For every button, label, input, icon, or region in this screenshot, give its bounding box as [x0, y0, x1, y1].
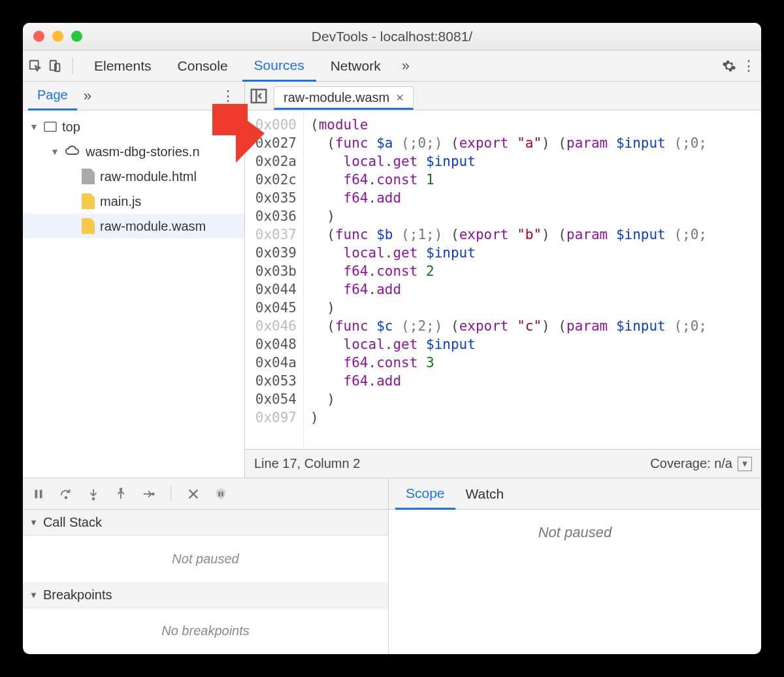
tab-sources[interactable]: Sources — [242, 51, 316, 82]
gutter-address[interactable]: 0x037 — [248, 225, 297, 244]
tab-network[interactable]: Network — [319, 50, 393, 81]
gutter-address[interactable]: 0x048 — [248, 335, 297, 354]
code-line: ) — [310, 207, 707, 225]
svg-rect-6 — [35, 489, 38, 498]
editor-statusbar: Line 17, Column 2 Coverage: n/a ▼ — [245, 449, 761, 478]
chevron-down-icon[interactable]: ▼ — [738, 457, 752, 471]
breakpoints-label: Breakpoints — [43, 587, 112, 603]
tab-console[interactable]: Console — [166, 50, 240, 81]
device-toggle-icon[interactable] — [46, 58, 63, 74]
main-toolbar: Elements Console Sources Network » ⋮ — [23, 50, 761, 82]
toggle-navigator-icon[interactable] — [249, 86, 269, 106]
svg-point-12 — [120, 488, 122, 490]
step-icon[interactable] — [140, 486, 156, 502]
call-stack-header[interactable]: ▼ Call Stack — [23, 510, 388, 536]
debugger-controls — [23, 478, 388, 510]
tree-file[interactable]: main.js — [23, 189, 244, 214]
more-tabs-icon[interactable]: » — [395, 58, 416, 74]
frame-icon — [44, 122, 57, 132]
file-icon — [82, 218, 95, 234]
scope-tab[interactable]: Scope — [395, 479, 455, 510]
annotation-arrow-icon — [212, 104, 265, 166]
code-line: (func $a (;0;) (export "a") (param $inpu… — [310, 134, 707, 152]
svg-point-14 — [152, 493, 154, 495]
tree-label: wasm-dbg-stories.n — [86, 144, 200, 159]
gutter-address[interactable]: 0x02c — [248, 171, 297, 189]
code-content: (module (func $a (;0;) (export "a") (par… — [304, 110, 707, 449]
tree-label: top — [62, 120, 80, 135]
code-line: ) — [310, 299, 707, 317]
navigator-kebab-icon[interactable]: ⋮ — [217, 88, 239, 105]
step-into-icon[interactable] — [86, 486, 101, 502]
code-line: f64.const 2 — [310, 262, 707, 280]
code-line: (func $b (;1;) (export "b") (param $inpu… — [310, 225, 707, 244]
code-line: local.get $input — [310, 244, 707, 262]
navigator-more-icon[interactable]: » — [77, 88, 98, 105]
watch-tab[interactable]: Watch — [455, 478, 515, 509]
svg-rect-17 — [218, 491, 220, 496]
gutter-address[interactable]: 0x053 — [248, 372, 297, 390]
devtools-window: DevTools - localhost:8081/ Elements Cons… — [23, 23, 761, 654]
svg-rect-0 — [30, 60, 39, 69]
code-line: local.get $input — [310, 152, 707, 171]
divider — [171, 486, 171, 502]
toolbar-separator — [73, 58, 73, 74]
gutter-address[interactable]: 0x036 — [248, 207, 297, 225]
code-line: (func $c (;2;) (export "c") (param $inpu… — [310, 317, 707, 335]
file-tree: ▼ top ▼ wasm-dbg-stories.n raw-module.ht… — [23, 110, 244, 242]
code-line: ) — [310, 390, 707, 408]
pause-icon[interactable] — [31, 486, 46, 502]
tree-file[interactable]: raw-module.wasm — [23, 214, 244, 239]
gutter-address[interactable]: 0x039 — [248, 244, 297, 262]
editor-tab-label: raw-module.wasm — [284, 90, 389, 105]
title-bar: DevTools - localhost:8081/ — [23, 23, 761, 50]
navigator-tab-page[interactable]: Page — [28, 82, 77, 110]
editor-tab[interactable]: raw-module.wasm × — [274, 86, 414, 110]
code-line: f64.add — [310, 372, 707, 390]
gutter-address[interactable]: 0x044 — [248, 280, 297, 299]
gutter-address[interactable]: 0x097 — [248, 408, 297, 427]
gutter-address[interactable]: 0x04a — [248, 354, 297, 372]
file-icon — [82, 169, 95, 184]
navigator-pane: Page » ⋮ ▼ top ▼ wasm-dbg-stories.n — [23, 82, 245, 478]
debugger-right: Scope Watch Not paused — [389, 478, 761, 654]
gutter-address[interactable]: 0x035 — [248, 189, 297, 207]
window-title: DevTools - localhost:8081/ — [23, 29, 761, 44]
tab-elements[interactable]: Elements — [82, 50, 163, 81]
cursor-position: Line 17, Column 2 — [254, 456, 360, 471]
close-icon[interactable]: × — [396, 90, 404, 105]
gutter-address[interactable]: 0x045 — [248, 299, 297, 317]
step-over-icon[interactable] — [58, 486, 74, 502]
gear-icon[interactable] — [721, 58, 738, 74]
svg-point-10 — [93, 497, 95, 499]
breakpoints-header[interactable]: ▼ Breakpoints — [23, 582, 388, 608]
code-line: local.get $input — [310, 335, 707, 354]
call-stack-label: Call Stack — [43, 515, 102, 530]
debugger-right-tabs: Scope Watch — [389, 478, 761, 510]
code-line: ) — [310, 408, 707, 427]
svg-rect-7 — [40, 489, 42, 498]
inspect-element-icon[interactable] — [27, 58, 44, 74]
code-line: f64.const 3 — [310, 354, 707, 372]
gutter-address[interactable]: 0x03b — [248, 262, 297, 280]
debugger-left: ▼ Call Stack Not paused ▼ Breakpoints No… — [23, 478, 389, 654]
main-area: Page » ⋮ ▼ top ▼ wasm-dbg-stories.n — [23, 82, 761, 478]
tree-label: raw-module.html — [100, 169, 197, 184]
code-line: f64.add — [310, 189, 707, 207]
tree-file[interactable]: raw-module.html — [23, 164, 244, 189]
scope-body: Not paused — [389, 510, 761, 654]
breakpoints-body: No breakpoints — [23, 608, 388, 655]
gutter-address[interactable]: 0x046 — [248, 317, 297, 335]
editor-pane: raw-module.wasm × 0x0000x0270x02a0x02c0x… — [245, 82, 761, 478]
gutter-address[interactable]: 0x054 — [248, 390, 297, 408]
code-editor[interactable]: 0x0000x0270x02a0x02c0x0350x0360x0370x039… — [245, 110, 761, 449]
navigator-tabs: Page » ⋮ — [23, 82, 244, 110]
tree-top-frame[interactable]: ▼ top — [23, 114, 244, 139]
code-line: f64.add — [310, 280, 707, 299]
tree-origin[interactable]: ▼ wasm-dbg-stories.n — [23, 139, 244, 164]
svg-marker-3 — [212, 104, 265, 163]
kebab-menu-icon[interactable]: ⋮ — [740, 58, 757, 74]
deactivate-breakpoints-icon[interactable] — [186, 486, 201, 502]
pause-on-exceptions-icon[interactable] — [213, 486, 229, 502]
step-out-icon[interactable] — [113, 486, 129, 502]
